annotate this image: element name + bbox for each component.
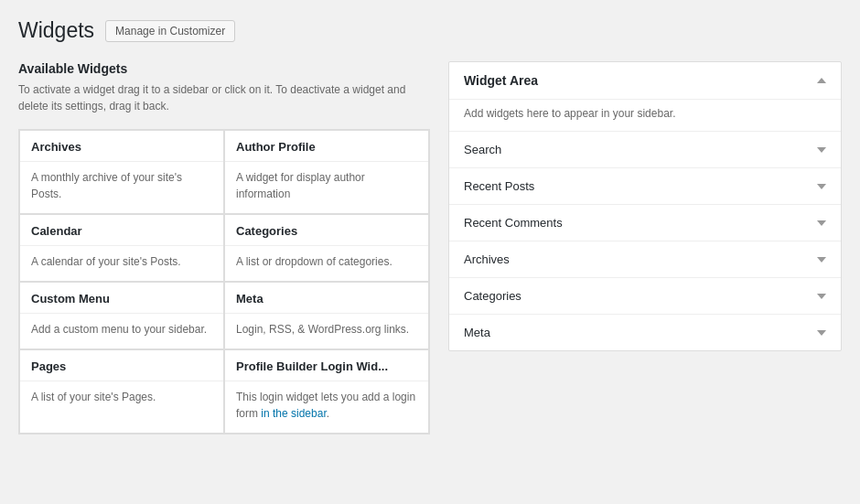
available-widgets-desc: To activate a widget drag it to a sideba…	[18, 81, 430, 114]
available-widgets-title: Available Widgets	[18, 61, 430, 76]
expand-sidebar-widget-icon[interactable]	[817, 330, 826, 336]
page-title: Widgets	[18, 18, 94, 43]
widget-name: Archives	[20, 131, 223, 162]
widget-area-box: Widget Area Add widgets here to appear i…	[448, 61, 842, 351]
collapse-widget-area-icon[interactable]	[817, 78, 826, 83]
sidebar-widget-item-search[interactable]: Search	[449, 132, 841, 168]
widget-desc: A list of your site's Pages.	[20, 381, 223, 416]
widget-cell-archives[interactable]: ArchivesA monthly archive of your site's…	[19, 130, 224, 214]
widget-cell-categories[interactable]: CategoriesA list or dropdown of categori…	[224, 214, 429, 282]
expand-sidebar-widget-icon[interactable]	[817, 220, 826, 226]
sidebar-widget-label: Recent Comments	[464, 216, 563, 230]
expand-sidebar-widget-icon[interactable]	[817, 294, 826, 299]
expand-sidebar-widget-icon[interactable]	[817, 184, 826, 189]
widget-name: Custom Menu	[20, 283, 223, 314]
expand-sidebar-widget-icon[interactable]	[817, 257, 826, 263]
widget-name: Meta	[225, 283, 428, 314]
widget-area-panel: Widget Area Add widgets here to appear i…	[448, 61, 842, 434]
sidebar-link[interactable]: in the sidebar	[261, 407, 326, 420]
widget-desc: Login, RSS, & WordPress.org links.	[225, 314, 428, 349]
widgets-grid: ArchivesA monthly archive of your site's…	[18, 129, 430, 434]
widget-name: Author Profile	[225, 131, 428, 162]
widget-cell-pages[interactable]: PagesA list of your site's Pages.	[19, 349, 224, 434]
sidebar-widget-label: Categories	[464, 289, 521, 303]
widget-area-header: Widget Area	[449, 62, 841, 100]
widget-cell-calendar[interactable]: CalendarA calendar of your site's Posts.	[19, 214, 224, 282]
widget-cell-profile-builder-login-wid[interactable]: Profile Builder Login Wid...This login w…	[224, 349, 429, 434]
sidebar-widget-item-archives[interactable]: Archives	[449, 241, 841, 278]
widget-desc: A monthly archive of your site's Posts.	[20, 162, 223, 213]
sidebar-widget-label: Meta	[464, 326, 490, 339]
widget-desc: Add a custom menu to your sidebar.	[20, 314, 223, 349]
expand-sidebar-widget-icon[interactable]	[817, 147, 826, 153]
widget-cell-author-profile[interactable]: Author ProfileA widget for display autho…	[224, 130, 429, 214]
widget-name: Pages	[20, 350, 223, 381]
widget-area-title: Widget Area	[464, 73, 538, 88]
sidebar-widget-item-recent-posts[interactable]: Recent Posts	[449, 168, 841, 205]
sidebar-widget-item-meta[interactable]: Meta	[449, 315, 841, 350]
sidebar-widget-item-recent-comments[interactable]: Recent Comments	[449, 205, 841, 241]
widget-desc: A widget for display author information	[225, 162, 428, 213]
sidebar-widget-item-categories[interactable]: Categories	[449, 278, 841, 315]
sidebar-widget-label: Recent Posts	[464, 179, 534, 193]
widget-area-description: Add widgets here to appear in your sideb…	[449, 100, 841, 132]
widget-desc: A list or dropdown of categories.	[225, 246, 428, 281]
manage-in-customizer-button[interactable]: Manage in Customizer	[105, 20, 235, 42]
widget-desc: A calendar of your site's Posts.	[20, 246, 223, 281]
widget-name: Profile Builder Login Wid...	[225, 350, 428, 381]
sidebar-widget-label: Search	[464, 143, 501, 156]
widget-name: Categories	[225, 215, 428, 246]
widget-name: Calendar	[20, 215, 223, 246]
widget-desc: This login widget lets you add a login f…	[225, 381, 428, 433]
sidebar-widgets-list: SearchRecent PostsRecent CommentsArchive…	[449, 132, 841, 350]
widget-cell-meta[interactable]: MetaLogin, RSS, & WordPress.org links.	[224, 282, 429, 349]
sidebar-widget-label: Archives	[464, 252, 510, 266]
available-widgets-panel: Available Widgets To activate a widget d…	[18, 61, 430, 434]
widget-cell-custom-menu[interactable]: Custom MenuAdd a custom menu to your sid…	[19, 282, 224, 349]
